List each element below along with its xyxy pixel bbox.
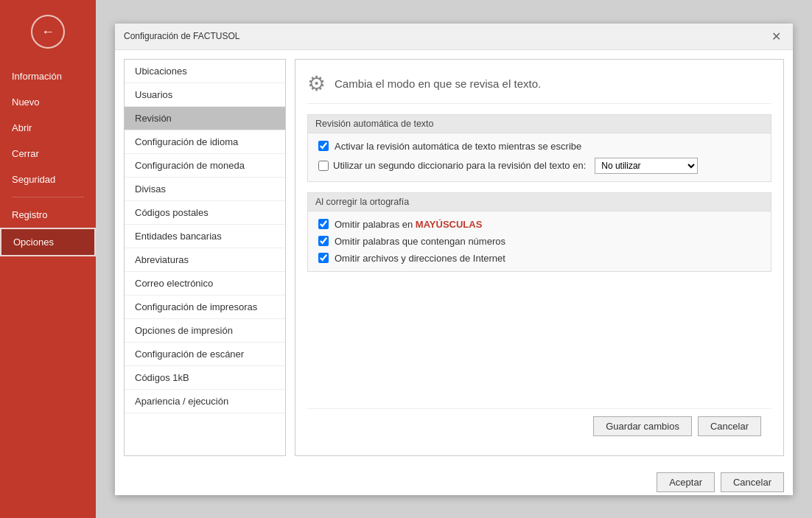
left-panel-item-revision[interactable]: Revisión (125, 107, 285, 130)
left-panel-item-idioma[interactable]: Configuración de idioma (125, 130, 285, 154)
section-revision-automatica: Revisión automática de texto Activar la … (307, 114, 771, 182)
sidebar: ← Información Nuevo Abrir Cerrar Segurid… (0, 0, 96, 518)
sidebar-item-nuevo[interactable]: Nuevo (0, 89, 96, 115)
sidebar-item-informacion[interactable]: Información (0, 63, 96, 89)
left-panel-item-usuarios[interactable]: Usuarios (125, 83, 285, 107)
left-panel: Ubicaciones Usuarios Revisión Configurac… (124, 59, 286, 456)
checkbox-omitir-internet-label: Omitir archivos y direcciones de Interne… (335, 253, 505, 264)
checkbox-omitir-mayusculas-input[interactable] (318, 219, 329, 229)
left-panel-item-impresoras[interactable]: Configuración de impresoras (125, 295, 285, 319)
gear-icon: ⚙ (307, 71, 326, 96)
checkbox-omitir-internet-input[interactable] (318, 253, 329, 263)
checkbox-omitir-mayusculas: Omitir palabras en MAYÚSCULAS (318, 219, 760, 230)
checkbox-activar-revision-label: Activar la revisión automática de texto … (335, 141, 581, 152)
cancelar-button[interactable]: Cancelar (721, 472, 784, 492)
dialog-body: Ubicaciones Usuarios Revisión Configurac… (115, 50, 793, 465)
left-panel-item-escaner[interactable]: Configuración de escáner (125, 343, 285, 366)
checkbox-activar-revision-input[interactable] (318, 141, 329, 151)
cancelar-inner-button[interactable]: Cancelar (698, 416, 761, 436)
left-panel-item-apariencia[interactable]: Apariencia / ejecución (125, 390, 285, 413)
checkbox-segundo-diccionario-label: Utilizar un segundo diccionario para la … (333, 160, 586, 171)
guardar-cambios-button[interactable]: Guardar cambios (593, 416, 692, 436)
checkbox-omitir-numeros-input[interactable] (318, 236, 329, 246)
sidebar-item-opciones[interactable]: Opciones (0, 228, 96, 256)
left-panel-item-entidades[interactable]: Entidades bancarias (125, 225, 285, 248)
left-panel-item-moneda[interactable]: Configuración de moneda (125, 154, 285, 178)
dict-select[interactable]: No utilizar (595, 158, 698, 174)
sidebar-item-cerrar[interactable]: Cerrar (0, 141, 96, 167)
left-panel-item-ubicaciones[interactable]: Ubicaciones (125, 60, 285, 83)
right-panel: ⚙ Cambia el modo en que se revisa el tex… (295, 59, 784, 456)
checkbox-omitir-mayusculas-label: Omitir palabras en MAYÚSCULAS (335, 219, 482, 230)
dialog: Configuración de FACTUSOL ✕ Ubicaciones … (115, 24, 793, 495)
back-button[interactable]: ← (31, 15, 65, 49)
checkbox-omitir-internet: Omitir archivos y direcciones de Interne… (318, 253, 760, 264)
sidebar-item-abrir[interactable]: Abrir (0, 115, 96, 141)
section2-header: Al corregir la ortografía (308, 193, 771, 211)
main-area: Configuración de FACTUSOL ✕ Ubicaciones … (96, 0, 812, 518)
section2-content: Omitir palabras en MAYÚSCULAS Omitir pal… (308, 211, 771, 271)
checkbox-omitir-numeros: Omitir palabras que contengan números (318, 236, 760, 247)
back-icon: ← (41, 24, 55, 40)
left-panel-item-divisas[interactable]: Divisas (125, 178, 285, 201)
checkbox-activar-revision: Activar la revisión automática de texto … (318, 141, 760, 152)
left-panel-item-correo[interactable]: Correo electrónico (125, 272, 285, 295)
left-panel-item-codigos-postales[interactable]: Códigos postales (125, 201, 285, 225)
left-panel-item-abreviaturas[interactable]: Abreviaturas (125, 248, 285, 272)
section-ortografia: Al corregir la ortografía Omitir palabra… (307, 192, 771, 272)
sidebar-item-registro[interactable]: Registro (0, 202, 96, 228)
sidebar-item-seguridad[interactable]: Seguridad (0, 167, 96, 192)
sidebar-divider (12, 197, 84, 197)
section1-header: Revisión automática de texto (308, 115, 771, 133)
bottom-buttons: Aceptar Cancelar (115, 465, 793, 495)
panel-header: ⚙ Cambia el modo en que se revisa el tex… (307, 71, 771, 104)
dialog-title: Configuración de FACTUSOL (124, 31, 239, 41)
left-panel-item-codigos-1kb[interactable]: Códigos 1kB (125, 366, 285, 390)
checkbox-segundo-diccionario: Utilizar un segundo diccionario para la … (318, 158, 760, 174)
aceptar-button[interactable]: Aceptar (657, 472, 715, 492)
section1-content: Activar la revisión automática de texto … (308, 133, 771, 181)
mayusculas-highlight: MAYÚSCULAS (416, 219, 483, 230)
left-panel-item-opciones-impresion[interactable]: Opciones de impresión (125, 319, 285, 343)
dialog-titlebar: Configuración de FACTUSOL ✕ (115, 24, 793, 50)
panel-title: Cambia el modo en que se revisa el texto… (335, 77, 541, 90)
dialog-close-button[interactable]: ✕ (769, 29, 784, 43)
dialog-inner-footer: Guardar cambios Cancelar (307, 408, 771, 444)
checkbox-segundo-diccionario-input[interactable] (318, 161, 329, 171)
checkbox-omitir-numeros-label: Omitir palabras que contengan números (335, 236, 505, 247)
